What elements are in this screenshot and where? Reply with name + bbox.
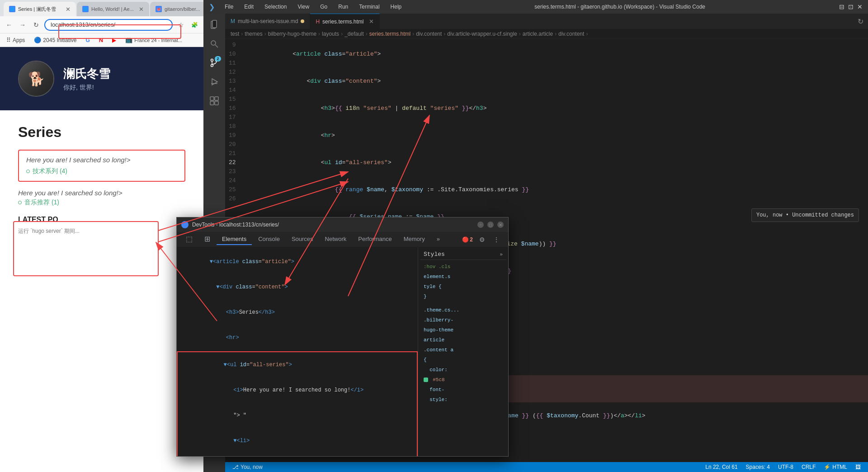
devtools-minimize[interactable]: －	[477, 222, 484, 228]
devtools-tab-network[interactable]: Network	[320, 234, 352, 245]
menu-terminal[interactable]: Terminal	[356, 3, 382, 11]
close-button[interactable]: ✕	[857, 3, 863, 10]
style-prop-font-style: font-	[424, 387, 444, 392]
tab-history-button[interactable]: ↻	[853, 17, 868, 26]
bookmarks-bar: ⠿ Apps 🔵 2045 Initiative G N ▶ 📺 France …	[0, 33, 203, 47]
address-bar[interactable]	[44, 19, 173, 31]
devtools-error-count[interactable]: 🔴2	[461, 233, 474, 246]
devtools-tab-elements[interactable]: Elements	[217, 234, 252, 245]
browser-tab-1[interactable]: 🌐 Series | 澜氏冬雪 ✕	[4, 2, 76, 16]
style-selector-element: element.s	[424, 274, 450, 279]
menu-run[interactable]: Run	[335, 3, 351, 11]
devtools-settings-icon[interactable]: ⚙	[476, 233, 488, 246]
bookmark-france24[interactable]: 📺 France 24 - Internat...	[123, 36, 185, 44]
code-line-14: {{ range $name, $taxonomy := .Site.Taxon…	[243, 176, 868, 203]
tab-close-1[interactable]: ✕	[66, 6, 71, 13]
status-encoding[interactable]: UTF-8	[776, 464, 795, 470]
styles-panel: Styles » :hov .cls element.s tyle { } .t…	[418, 247, 508, 456]
menu-view[interactable]: View	[295, 3, 312, 11]
tab-close-html[interactable]: ✕	[369, 18, 374, 25]
reload-button[interactable]: ↻	[31, 19, 42, 30]
source-control-icon[interactable]: 2	[207, 55, 222, 71]
browser-tab-2[interactable]: 🌐 Hello, World! | Ae... ✕	[77, 2, 149, 16]
series-link-2[interactable]: 音乐推荐 (1)	[18, 198, 185, 207]
devtools-close[interactable]: ✕	[497, 222, 504, 228]
bc-series-terms[interactable]: series.terms.html	[369, 31, 410, 37]
bookmark-apps[interactable]: ⠿ Apps	[4, 36, 28, 44]
dom-line-article: ▼<article class="article">	[177, 249, 418, 274]
styles-more-btn[interactable]: »	[500, 252, 503, 257]
bc-div-content2[interactable]: div.content	[558, 31, 584, 37]
minimize-button[interactable]: ⊟	[839, 3, 844, 10]
status-ln-col[interactable]: Ln 22, Col 61	[703, 464, 739, 470]
bc-div-content[interactable]: div.content	[416, 31, 442, 37]
bc-article[interactable]: article.article	[523, 31, 553, 37]
tab-close-2[interactable]: ✕	[139, 6, 144, 13]
back-button[interactable]: ←	[4, 19, 14, 30]
devtools-tab-memory[interactable]: Memory	[398, 234, 430, 245]
devtools-tab-console[interactable]: Console	[253, 234, 285, 245]
tab-favicon-3: 🐙	[156, 6, 162, 12]
menu-go[interactable]: Go	[317, 3, 330, 11]
style-val-color: #5c8	[433, 377, 444, 382]
series-entry-2: Here you are! I searched so long!> 音乐推荐 …	[18, 189, 185, 207]
bc-bilberry[interactable]: bilberry-hugo-theme	[268, 31, 316, 37]
editor-tab-md[interactable]: M multi-lan-series-issue.md	[225, 14, 310, 29]
devtools-titlebar: DevTools - localhost:1313/cn/series/ － □…	[177, 217, 508, 232]
extensions-button[interactable]: 🧩	[189, 19, 200, 30]
bc-themes[interactable]: themes	[245, 31, 262, 37]
menu-edit[interactable]: Edit	[241, 3, 256, 11]
status-left: ⎇ You, now	[231, 464, 264, 470]
status-line-ending[interactable]: CRLF	[800, 464, 817, 470]
status-language[interactable]: ⚡ HTML	[822, 464, 849, 470]
devtools-tab-sources[interactable]: Sources	[286, 234, 319, 245]
dom-panel: ▼<article class="article"> ▼<div class="…	[177, 247, 418, 456]
extensions-icon[interactable]	[207, 93, 222, 109]
maximize-button[interactable]: ⊡	[848, 3, 854, 10]
devtools-tab-more[interactable]: »	[431, 234, 445, 245]
bc-div-article-wrapper[interactable]: div.article-wrapper.u-cf.single	[447, 31, 517, 37]
devtools-maximize[interactable]: □	[487, 222, 494, 228]
breadcrumb: test › themes › bilberry-hugo-theme › la…	[225, 29, 868, 39]
menu-selection[interactable]: Selection	[262, 3, 289, 11]
bookmark-google[interactable]: G	[83, 36, 92, 44]
code-line-12: <hr>	[243, 122, 868, 149]
status-spaces[interactable]: Spaces: 4	[744, 464, 772, 470]
status-branch[interactable]: ⎇ You, now	[231, 464, 264, 470]
devtools-tab-performance[interactable]: Performance	[353, 234, 397, 245]
devtools-more-icon[interactable]: ⋮	[490, 233, 503, 246]
dom-line-li1-open: ▼<li>	[178, 428, 417, 453]
editor-tab-html[interactable]: H series.terms.html ✕	[310, 14, 380, 29]
style-selector-close: }	[424, 294, 427, 299]
menu-help[interactable]: Help	[388, 3, 405, 11]
devtools-responsive-icon[interactable]: ⊞	[199, 233, 216, 246]
bc-sep-7: ›	[443, 31, 445, 37]
youtube-icon: ▶	[112, 37, 116, 43]
site-header: 🐕 澜氏冬雪 你好, 世界!	[0, 47, 203, 110]
style-rule-hugo: hugo-theme	[420, 325, 506, 335]
dom-line-gt1: "> "	[178, 403, 417, 428]
search-icon[interactable]	[207, 36, 222, 52]
bookmark-netflix[interactable]: N	[96, 36, 106, 44]
bc-default[interactable]: _default	[344, 31, 364, 37]
bc-sep-10: ›	[586, 31, 588, 37]
bookmark-2045[interactable]: 🔵 2045 Initiative	[31, 36, 79, 44]
bc-test[interactable]: test	[231, 31, 239, 37]
svg-rect-9	[210, 97, 214, 100]
page-title: Series	[18, 124, 185, 141]
explorer-icon[interactable]	[207, 17, 222, 33]
bookmark-button[interactable]: ☆	[175, 19, 186, 30]
menu-file[interactable]: File	[222, 3, 236, 11]
bc-layouts[interactable]: layouts	[322, 31, 339, 37]
forward-button[interactable]: →	[17, 19, 28, 30]
status-image-icon[interactable]: 🖼	[854, 464, 863, 470]
run-debug-icon[interactable]	[207, 74, 222, 90]
bookmark-youtube[interactable]: ▶	[109, 36, 119, 44]
series-link-1[interactable]: 技术系列 (4)	[26, 167, 177, 175]
style-rule-element2: tyle {	[420, 282, 506, 292]
devtools-inspect-icon[interactable]: ⬚	[180, 233, 198, 246]
apps-icon: ⠿	[6, 37, 11, 43]
devtools-tabs-bar: ⬚ ⊞ Elements Console Sources Network Per…	[177, 232, 508, 247]
status-line-ending-text: CRLF	[802, 464, 816, 470]
vscode-menu: File Edit Selection View Go Run Terminal…	[222, 3, 404, 11]
